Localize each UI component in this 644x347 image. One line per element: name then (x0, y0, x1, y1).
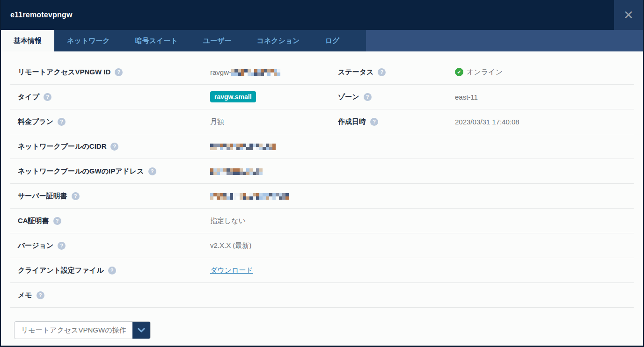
download-link[interactable]: ダウンロード (210, 266, 253, 274)
field-label-plan: 料金プラン ? (18, 117, 210, 126)
field-value-type: ravgw.small (210, 91, 338, 102)
dialog-title: e11remotevpngw (1, 11, 614, 19)
field-label-pool-cidr: ネットワークプールのCIDR ? (18, 142, 210, 151)
titlebar: e11remotevpngw ✕ (1, 0, 643, 30)
help-icon[interactable]: ? (44, 93, 51, 101)
footer: リモートアクセスVPNGWの操作 (1, 321, 643, 346)
field-value-vpngw-id: ravgw- (210, 68, 338, 76)
field-label-memo: メモ ? (18, 291, 210, 300)
redacted-value (210, 168, 263, 175)
help-icon[interactable]: ? (108, 267, 116, 275)
row-version: バージョン ? v2.X.X (最新) (10, 233, 634, 258)
tab-log[interactable]: ログ (313, 30, 352, 51)
field-label-client-config: クライアント設定ファイル ? (18, 266, 210, 275)
tabs-wrap: 基本情報 ネットワーク 暗号スイート ユーザー コネクション ログ (1, 30, 366, 51)
field-label-created: 作成日時 ? (338, 117, 455, 126)
row-pool-cidr: ネットワークプールのCIDR ? (10, 134, 634, 159)
field-value-plan: 月額 (210, 117, 338, 126)
row-pool-gw-ip: ネットワークプールのGWのIPアドレス ? (10, 159, 634, 184)
vpngw-actions-dropdown-button[interactable]: リモートアクセスVPNGWの操作 (14, 321, 151, 339)
field-label-ca-cert: CA証明書 ? (18, 217, 210, 225)
field-value-status: ✔ オンライン (455, 68, 634, 77)
help-icon[interactable]: ? (378, 68, 386, 76)
row-type-zone: タイプ ? ravgw.small ゾーン ? east-11 (10, 85, 634, 109)
field-value-client-config: ダウンロード (210, 266, 634, 275)
status-online-check-icon: ✔ (455, 68, 463, 76)
basic-info-panel: リモートアクセスVPNGW ID ? ravgw- ステータス ? ✔ オンライ… (1, 51, 643, 321)
field-value-pool-gw-ip (210, 167, 634, 175)
field-value-server-cert (210, 192, 634, 200)
close-icon[interactable]: ✕ (614, 0, 643, 30)
help-icon[interactable]: ? (364, 93, 372, 101)
field-value-ca-cert: 指定しない (210, 217, 634, 225)
help-icon[interactable]: ? (370, 118, 378, 126)
help-icon[interactable]: ? (53, 217, 61, 225)
field-label-version: バージョン ? (18, 241, 210, 250)
field-label-status: ステータス ? (338, 68, 455, 77)
tabbar-filler (366, 30, 643, 51)
field-label-type: タイプ ? (18, 93, 210, 101)
field-value-pool-cidr (210, 143, 634, 151)
tab-cipher-suite[interactable]: 暗号スイート (123, 30, 190, 51)
help-icon[interactable]: ? (72, 192, 80, 200)
field-value-version: v2.X.X (最新) (210, 241, 634, 250)
field-label-pool-gw-ip: ネットワークプールのGWのIPアドレス ? (18, 167, 210, 176)
tab-connection[interactable]: コネクション (244, 30, 313, 51)
vpngw-actions-label: リモートアクセスVPNGWの操作 (15, 322, 132, 339)
help-icon[interactable]: ? (37, 291, 44, 299)
redacted-value (210, 144, 276, 150)
row-server-cert: サーバー証明書 ? (10, 184, 634, 209)
type-badge: ravgw.small (210, 91, 256, 102)
help-icon[interactable]: ? (110, 143, 118, 151)
row-ca-cert: CA証明書 ? 指定しない (10, 209, 634, 233)
help-icon[interactable]: ? (148, 167, 156, 175)
field-value-created: 2023/03/31 17:40:08 (455, 118, 634, 126)
help-icon[interactable]: ? (115, 68, 123, 76)
row-plan-created: 料金プラン ? 月額 作成日時 ? 2023/03/31 17:40:08 (10, 109, 634, 134)
field-label-server-cert: サーバー証明書 ? (18, 192, 210, 201)
row-memo: メモ ? (10, 283, 634, 308)
row-client-config: クライアント設定ファイル ? ダウンロード (10, 258, 634, 283)
field-value-zone: east-11 (455, 93, 634, 101)
tab-users[interactable]: ユーザー (190, 30, 244, 51)
help-icon[interactable]: ? (58, 118, 66, 126)
tab-network[interactable]: ネットワーク (54, 30, 123, 51)
help-icon[interactable]: ? (58, 242, 66, 250)
field-label-zone: ゾーン ? (338, 93, 455, 101)
tab-basic-info[interactable]: 基本情報 (1, 30, 54, 51)
redacted-value (231, 69, 280, 76)
chevron-down-icon[interactable] (132, 322, 150, 339)
redacted-value (210, 193, 289, 200)
row-id-status: リモートアクセスVPNGW ID ? ravgw- ステータス ? ✔ オンライ… (10, 60, 634, 85)
field-label-vpngw-id: リモートアクセスVPNGW ID ? (18, 68, 210, 77)
vpngw-detail-dialog: e11remotevpngw ✕ 基本情報 ネットワーク 暗号スイート ユーザー… (0, 0, 644, 347)
tabbar: 基本情報 ネットワーク 暗号スイート ユーザー コネクション ログ (1, 30, 643, 51)
